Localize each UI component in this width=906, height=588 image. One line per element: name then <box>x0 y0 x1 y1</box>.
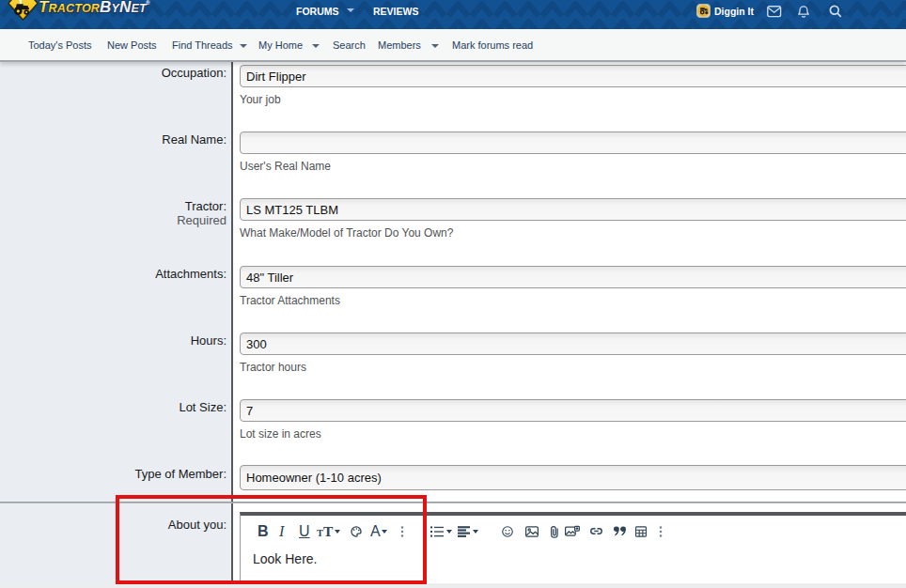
svg-text:®: ® <box>146 0 150 6</box>
svg-text:TRACTORBYNET: TRACTORBYNET <box>39 0 148 16</box>
